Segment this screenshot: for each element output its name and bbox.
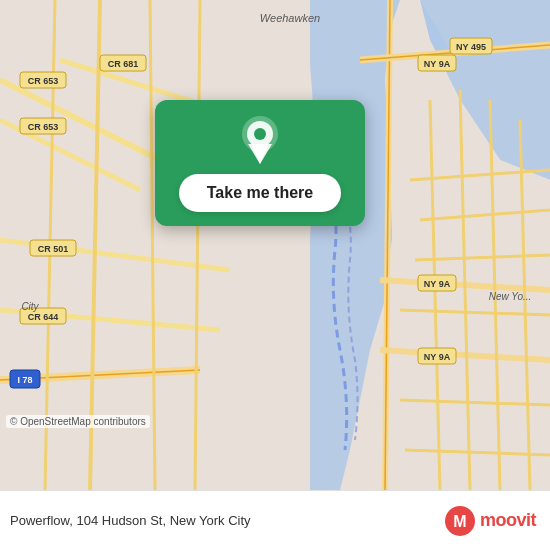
svg-text:NY 9A: NY 9A (424, 352, 451, 362)
svg-text:New Yo...: New Yo... (489, 291, 532, 302)
location-card: Take me there (155, 100, 365, 226)
svg-text:CR 653: CR 653 (28, 76, 59, 86)
bottom-bar: Powerflow, 104 Hudson St, New York City … (0, 490, 550, 550)
svg-text:CR 501: CR 501 (38, 244, 69, 254)
svg-text:CR 644: CR 644 (28, 312, 59, 322)
moovit-logo-icon: M (444, 505, 476, 537)
svg-text:Weehawken: Weehawken (260, 12, 320, 24)
copyright-notice: © OpenStreetMap contributors (6, 415, 150, 428)
moovit-logo: M moovit (444, 505, 536, 537)
svg-text:CR 681: CR 681 (108, 59, 139, 69)
svg-marker-59 (252, 146, 268, 164)
svg-text:M: M (453, 513, 466, 530)
svg-text:City: City (21, 301, 39, 312)
svg-text:I 78: I 78 (17, 375, 32, 385)
address-text: Powerflow, 104 Hudson St, New York City (10, 513, 444, 528)
map-container: CR 653 CR 653 CR 681 CR 501 CR 644 I 78 … (0, 0, 550, 490)
svg-point-57 (254, 128, 266, 140)
svg-text:NY 9A: NY 9A (424, 279, 451, 289)
svg-text:NY 495: NY 495 (456, 42, 486, 52)
svg-text:NY 9A: NY 9A (424, 59, 451, 69)
svg-text:CR 653: CR 653 (28, 122, 59, 132)
moovit-brand-text: moovit (480, 510, 536, 531)
take-me-there-button[interactable]: Take me there (179, 174, 341, 212)
map-pin-icon (236, 116, 284, 164)
